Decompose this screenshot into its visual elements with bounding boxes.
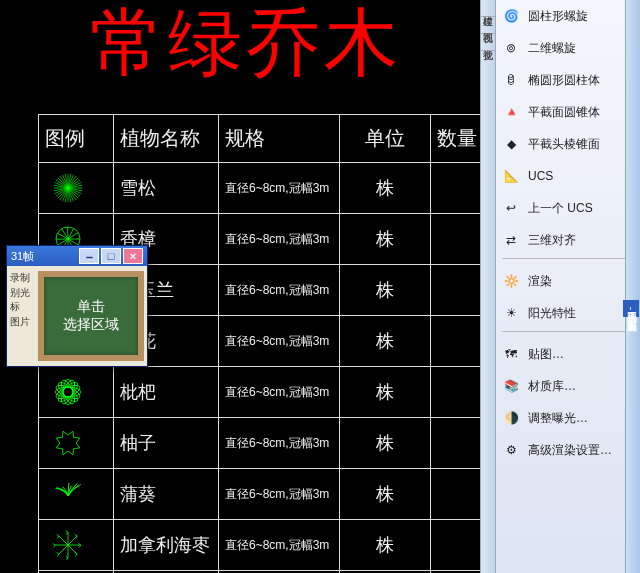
legend-cell: [39, 469, 114, 520]
close-button[interactable]: ×: [123, 248, 143, 264]
image-tab[interactable]: 图片: [10, 313, 38, 331]
table-header-row: 图例 植物名称 规格 单位 数量: [39, 115, 500, 163]
tool-item[interactable]: ◆平截头棱锥面: [496, 128, 640, 160]
select-region-button[interactable]: 单击 选择区域: [38, 271, 144, 361]
table-row: 加拿利海枣直径6~8cm,冠幅3m株: [39, 520, 500, 571]
th-name: 植物名称: [114, 115, 219, 163]
tool-label: 渲染: [528, 273, 552, 290]
spec-cell: 直径6~8cm,冠幅3m: [219, 316, 340, 367]
name-cell: 蒲葵: [114, 469, 219, 520]
unit-cell: 株: [340, 367, 431, 418]
vtab-model[interactable]: 建模: [481, 0, 495, 17]
tool-label: 阳光特性: [528, 305, 576, 322]
recorder-window[interactable]: 31帧 ‒ □ × 录制 别光标 图片 单击 选择区域: [6, 245, 148, 367]
tool-label: 平截头棱锥面: [528, 136, 600, 153]
tool-icon: 🌗: [500, 407, 522, 429]
rec-tab[interactable]: 录制: [10, 269, 38, 287]
palette-title: 工具选项板 - 所有选项板: [623, 300, 639, 317]
tool-item[interactable]: 🛢椭圆形圆柱体: [496, 64, 640, 96]
th-legend: 图例: [39, 115, 114, 163]
spec-cell: 直径6~8cm,冠幅3m: [219, 469, 340, 520]
tool-item[interactable]: 🔺平截面圆锥体: [496, 96, 640, 128]
tool-item[interactable]: ⚙高级渲染设置…: [496, 434, 640, 466]
tool-label: 材质库…: [528, 378, 576, 395]
spec-cell: 直径6~8cm,冠幅3m: [219, 367, 340, 418]
tool-item[interactable]: 📚材质库…: [496, 370, 640, 402]
tool-icon: ⚙: [500, 439, 522, 461]
th-spec: 规格: [219, 115, 340, 163]
tool-icon: ◆: [500, 133, 522, 155]
plant-symbol-icon: [45, 375, 91, 409]
table-row: 蒲葵直径6~8cm,冠幅3m株: [39, 469, 500, 520]
tool-icon: ☀: [500, 302, 522, 324]
tool-icon: 📐: [500, 165, 522, 187]
tool-item[interactable]: 📐UCS▶: [496, 160, 640, 192]
tool-item[interactable]: 🌀圆柱形螺旋▶: [496, 0, 640, 32]
tool-label: 二维螺旋: [528, 40, 576, 57]
legend-cell: [39, 367, 114, 418]
tool-list: 🌀圆柱形螺旋▶⊚二维螺旋🛢椭圆形圆柱体🔺平截面圆锥体◆平截头棱锥面📐UCS▶↩上…: [495, 0, 640, 573]
plant-symbol-icon: [45, 426, 91, 460]
recorder-titlebar[interactable]: 31帧 ‒ □ ×: [7, 246, 147, 266]
tool-item[interactable]: 🗺贴图…▶: [496, 338, 640, 370]
tool-icon: 🛢: [500, 69, 522, 91]
vtab-visual[interactable]: 视觉: [481, 34, 495, 51]
unit-cell: 株: [340, 163, 431, 214]
spec-cell: 直径6~8cm,冠幅3m: [219, 214, 340, 265]
tool-icon: ⇄: [500, 229, 522, 251]
spec-cell: 直径6~8cm,冠幅3m: [219, 418, 340, 469]
name-cell: 加拿利海枣: [114, 520, 219, 571]
maximize-button[interactable]: □: [101, 248, 121, 264]
spec-cell: 直径6~8cm,冠幅3m: [219, 265, 340, 316]
tool-icon: 🌀: [500, 5, 522, 27]
name-cell: 枇杷: [114, 367, 219, 418]
table-row: 雪松直径6~8cm,冠幅3m株: [39, 163, 500, 214]
name-cell: 柚子: [114, 418, 219, 469]
legend-cell: [39, 163, 114, 214]
tool-icon: ⊚: [500, 37, 522, 59]
recorder-title: 31帧: [11, 249, 34, 264]
tool-item[interactable]: ☀阳光特性▶: [496, 297, 640, 329]
tool-item[interactable]: ⊚二维螺旋: [496, 32, 640, 64]
plant-symbol-icon: [45, 171, 91, 205]
tool-label: UCS: [528, 169, 553, 183]
tool-icon: 🗺: [500, 343, 522, 365]
unit-cell: 株: [340, 214, 431, 265]
tool-label: 三维对齐: [528, 232, 576, 249]
minimize-button[interactable]: ‒: [79, 248, 99, 264]
tool-label: 平截面圆锥体: [528, 104, 600, 121]
legend-cell: [39, 520, 114, 571]
tool-item[interactable]: ⇄三维对齐▶: [496, 224, 640, 256]
spec-cell: 直径6~8cm,冠幅3m: [219, 163, 340, 214]
tool-item[interactable]: 🔆渲染▶: [496, 265, 640, 297]
tool-icon: ↩: [500, 197, 522, 219]
plant-symbol-icon: [45, 528, 91, 562]
unit-cell: 株: [340, 520, 431, 571]
tool-icon: 🔆: [500, 270, 522, 292]
unit-cell: 株: [340, 469, 431, 520]
drawing-title: 常绿乔木: [90, 0, 402, 94]
unit-cell: 株: [340, 265, 431, 316]
recorder-sidebar: 录制 别光标 图片: [10, 269, 38, 363]
table-row: 枇杷直径6~8cm,冠幅3m株: [39, 367, 500, 418]
tool-label: 椭圆形圆柱体: [528, 72, 600, 89]
vtab-view[interactable]: 视图: [481, 17, 495, 34]
name-cell: 雪松: [114, 163, 219, 214]
th-unit: 单位: [340, 115, 431, 163]
tool-palette: 建模 视图 视觉 🌀圆柱形螺旋▶⊚二维螺旋🛢椭圆形圆柱体🔺平截面圆锥体◆平截头棱…: [480, 0, 640, 573]
tool-icon: 📚: [500, 375, 522, 397]
palette-scrollbar[interactable]: [625, 0, 640, 573]
palette-tabs[interactable]: 建模 视图 视觉: [480, 0, 495, 573]
tool-label: 高级渲染设置…: [528, 442, 612, 459]
table-row: 柚子直径6~8cm,冠幅3m株: [39, 418, 500, 469]
cursor-tab[interactable]: 别光标: [10, 291, 38, 309]
spec-cell: 直径6~8cm,冠幅3m: [219, 520, 340, 571]
tool-icon: 🔺: [500, 101, 522, 123]
tool-label: 上一个 UCS: [528, 200, 593, 217]
tool-label: 贴图…: [528, 346, 564, 363]
tool-item[interactable]: ↩上一个 UCS▶: [496, 192, 640, 224]
tool-label: 调整曝光…: [528, 410, 588, 427]
tool-item[interactable]: 🌗调整曝光…: [496, 402, 640, 434]
unit-cell: 株: [340, 418, 431, 469]
unit-cell: 株: [340, 316, 431, 367]
